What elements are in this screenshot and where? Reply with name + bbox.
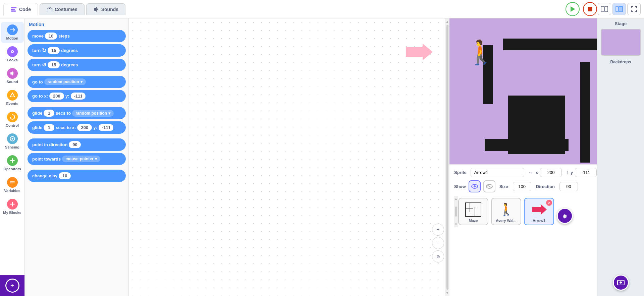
rotate-cw-icon: ↻ xyxy=(42,47,46,54)
block-glide-random[interactable]: glide secs to random position ▾ xyxy=(28,107,126,119)
x-label: x xyxy=(536,170,538,175)
sidebar-item-myblocks[interactable]: My Blocks xyxy=(1,196,24,217)
block-turn-cw[interactable]: turn ↻ degrees xyxy=(28,44,126,57)
block-turn-ccw-suffix: degrees xyxy=(61,62,78,67)
sidebar-item-events[interactable]: Events xyxy=(1,87,24,108)
view-stage-button[interactable] xyxy=(612,3,626,15)
view-controls xyxy=(598,3,641,15)
sprite-item-arrow1[interactable]: ✕ Arrow1 xyxy=(524,198,554,225)
sidebar-item-variables[interactable]: Variables xyxy=(1,174,24,195)
tab-costumes-label: Costumes xyxy=(55,7,77,12)
block-turn-cw-degrees-input[interactable] xyxy=(48,47,60,54)
block-point-towards[interactable]: point towards mouse-pointer ▾ xyxy=(28,153,126,165)
scroll-down-icon[interactable]: ▼ xyxy=(446,291,449,295)
block-goto-xy[interactable]: go to x: y: xyxy=(28,90,126,102)
sidebar-item-sound[interactable]: Sound xyxy=(1,65,24,86)
block-turn-ccw-degrees-input[interactable] xyxy=(48,61,60,68)
add-backdrop-area xyxy=(613,275,629,291)
view-fullscreen-button[interactable] xyxy=(627,3,641,15)
block-point-towards-dropdown[interactable]: mouse-pointer ▾ xyxy=(62,156,100,162)
sidebar-item-variables-label: Variables xyxy=(4,189,20,193)
block-move[interactable]: move steps xyxy=(28,30,126,42)
sprites-scroll-up[interactable]: ▲ xyxy=(454,197,458,200)
x-input[interactable] xyxy=(540,168,562,177)
add-backdrop-button[interactable] xyxy=(613,275,629,291)
sidebar-item-motion[interactable]: Motion xyxy=(1,22,24,43)
tab-costumes[interactable]: Costumes xyxy=(40,3,85,15)
maze-sprite-icon xyxy=(465,202,482,217)
sidebar-item-operators[interactable]: Operators xyxy=(1,153,24,174)
script-area: + − ⊜ ▲ ▼ xyxy=(129,18,449,296)
zoom-out-button[interactable]: − xyxy=(432,237,444,249)
myblocks-icon xyxy=(7,199,18,210)
script-scrollbar[interactable]: ▲ ▼ xyxy=(445,18,449,296)
sprite-item-maze[interactable]: Maze xyxy=(458,198,488,225)
playback-controls xyxy=(566,2,597,16)
svg-rect-2 xyxy=(11,10,16,11)
sprite-item-avery[interactable]: 🚶 Avery Wal... xyxy=(491,198,521,225)
stop-button[interactable] xyxy=(583,2,597,16)
zoom-in-button[interactable]: + xyxy=(432,224,444,236)
svg-rect-29 xyxy=(466,203,481,217)
block-move-suffix: steps xyxy=(58,34,70,39)
block-point-direction[interactable]: point in direction xyxy=(28,138,126,151)
zoom-reset-button[interactable]: ⊜ xyxy=(432,250,444,262)
fullscreen-icon xyxy=(631,6,637,12)
add-sprite-button[interactable] xyxy=(557,208,573,224)
sprites-scroll-bar[interactable]: ▲ ▼ xyxy=(454,196,458,227)
stage-mini-thumb[interactable] xyxy=(601,29,641,56)
direction-label: Direction xyxy=(536,184,555,189)
svg-line-27 xyxy=(487,185,492,188)
block-goto-random[interactable]: go to random position ▾ xyxy=(28,76,126,88)
sensing-icon xyxy=(7,133,18,144)
y-input[interactable] xyxy=(575,168,597,177)
sprites-scroll-thumb[interactable] xyxy=(455,206,457,217)
block-glide-x-input[interactable] xyxy=(77,124,92,131)
y-coord-group: ↑ y xyxy=(566,168,597,177)
block-glide-xy-label: secs to x: xyxy=(56,125,76,130)
events-icon xyxy=(7,90,18,101)
block-glide-xy[interactable]: glide secs to x: y: xyxy=(28,121,126,134)
x-coord-group: ↔ x xyxy=(528,168,562,177)
sidebar-item-looks[interactable]: Looks xyxy=(1,44,24,65)
arrow1-sprite-icon-area xyxy=(529,201,549,218)
sidebar-item-sensing[interactable]: Sensing xyxy=(1,131,24,152)
svg-point-26 xyxy=(474,185,476,187)
block-move-steps-input[interactable] xyxy=(45,33,57,40)
view-split-button[interactable] xyxy=(598,3,611,15)
add-extension-button[interactable]: + xyxy=(5,279,19,293)
block-glide-dropdown[interactable]: random position ▾ xyxy=(72,110,114,117)
direction-input[interactable] xyxy=(559,182,578,191)
block-point-dir-input[interactable] xyxy=(69,141,81,148)
block-glide-secs-input[interactable] xyxy=(44,110,54,117)
hide-button[interactable] xyxy=(483,180,495,192)
svg-point-17 xyxy=(11,138,13,140)
show-button[interactable] xyxy=(469,180,481,192)
block-change-x-input[interactable] xyxy=(59,172,71,179)
block-goto-y-input[interactable] xyxy=(71,93,86,100)
sprites-scroll-down[interactable]: ▼ xyxy=(454,223,458,226)
sprite-name-input[interactable] xyxy=(471,168,524,177)
block-change-x[interactable]: change x by xyxy=(28,170,126,182)
svg-marker-24 xyxy=(406,44,433,60)
block-goto-dropdown[interactable]: random position ▾ xyxy=(44,78,86,85)
sidebar-item-sound-label: Sound xyxy=(6,80,18,84)
scroll-up-icon[interactable]: ▲ xyxy=(446,20,449,23)
svg-marker-14 xyxy=(10,93,14,97)
green-flag-button[interactable] xyxy=(566,2,580,16)
split-view-icon xyxy=(601,6,608,12)
block-goto-x-input[interactable] xyxy=(49,93,64,100)
tab-code[interactable]: Code xyxy=(3,3,38,15)
tab-sounds[interactable]: Sounds xyxy=(86,3,125,15)
operators-icon xyxy=(7,155,18,166)
wall-bottom xyxy=(485,139,569,151)
stage-title: Stage xyxy=(615,21,627,26)
sidebar-item-control[interactable]: Control xyxy=(1,109,24,130)
block-glide-xy-secs-input[interactable] xyxy=(44,124,54,131)
looks-icon xyxy=(7,46,18,57)
block-glide-y-input[interactable] xyxy=(99,124,113,131)
block-point-towards-text: point towards xyxy=(32,157,61,162)
size-input[interactable] xyxy=(513,182,531,191)
scroll-thumb[interactable] xyxy=(446,25,448,290)
block-turn-ccw[interactable]: turn ↺ degrees xyxy=(28,59,126,71)
